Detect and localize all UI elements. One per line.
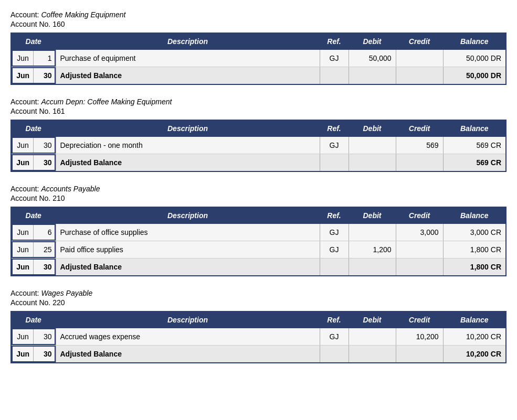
ref-cell: GJ — [320, 241, 349, 259]
table-row: Jun 30 Adjusted Balance50,000 DR — [11, 67, 506, 85]
description-cell: Purchase of equipment — [56, 50, 320, 67]
account-section-2: Account: Accum Depn: Coffee Making Equip… — [10, 98, 507, 172]
balance-cell: 50,000 DR — [443, 67, 506, 85]
balance-cell: 3,000 CR — [443, 224, 506, 241]
header-description: Description — [56, 207, 320, 224]
debit-cell — [349, 346, 396, 363]
header-ref: Ref. — [320, 207, 349, 224]
credit-cell: 569 — [396, 137, 443, 154]
ref-cell — [320, 259, 349, 276]
account-section-3: Account: Accounts PayableAccount No. 210… — [10, 185, 507, 276]
balance-cell: 10,200 CR — [443, 328, 506, 346]
account-title: Account: Wages Payable — [10, 289, 507, 297]
description-cell: Adjusted Balance — [56, 346, 320, 363]
date-cell: Jun 30 — [11, 328, 56, 346]
ref-cell: GJ — [320, 50, 349, 67]
ref-cell — [320, 67, 349, 85]
date-month: Jun — [12, 224, 34, 240]
debit-cell — [349, 137, 396, 154]
header-date: Date — [11, 311, 56, 328]
header-balance: Balance — [443, 33, 506, 50]
table-row: Jun 30 Depreciation - one monthGJ569569 … — [11, 137, 506, 154]
header-description: Description — [56, 311, 320, 328]
account-number: Account No. 220 — [10, 298, 507, 307]
header-ref: Ref. — [320, 311, 349, 328]
balance-cell: 50,000 DR — [443, 50, 506, 67]
debit-cell: 50,000 — [349, 50, 396, 67]
date-month: Jun — [12, 137, 34, 153]
debit-cell: 1,200 — [349, 241, 396, 259]
credit-cell — [396, 67, 443, 85]
account-number: Account No. 161 — [10, 107, 507, 115]
date-cell: Jun 30 — [11, 346, 56, 363]
date-month: Jun — [12, 50, 34, 66]
table-row: Jun 30 Adjusted Balance10,200 CR — [11, 346, 506, 363]
date-day: 30 — [34, 346, 55, 362]
credit-cell: 10,200 — [396, 328, 443, 346]
date-day: 30 — [34, 329, 55, 344]
header-balance: Balance — [443, 311, 506, 328]
date-month: Jun — [12, 242, 34, 257]
ref-cell — [320, 154, 349, 172]
ledger-table: DateDescriptionRef.DebitCreditBalance Ju… — [10, 311, 507, 363]
header-credit: Credit — [396, 207, 443, 224]
date-cell: Jun 30 — [11, 259, 56, 276]
ref-cell: GJ — [320, 137, 349, 154]
header-credit: Credit — [396, 120, 443, 137]
table-row: Jun 30 Accrued wages expenseGJ10,20010,2… — [11, 328, 506, 346]
account-section-4: Account: Wages PayableAccount No. 220Dat… — [10, 289, 507, 363]
header-date: Date — [11, 207, 56, 224]
account-section-1: Account: Coffee Making EquipmentAccount … — [10, 10, 507, 85]
balance-cell: 569 CR — [443, 154, 506, 172]
credit-cell: 3,000 — [396, 224, 443, 241]
table-row: Jun 30 Adjusted Balance569 CR — [11, 154, 506, 172]
date-cell: Jun 30 — [11, 67, 56, 85]
account-title: Account: Accum Depn: Coffee Making Equip… — [10, 98, 507, 106]
header-ref: Ref. — [320, 120, 349, 137]
header-description: Description — [56, 120, 320, 137]
balance-cell: 569 CR — [443, 137, 506, 154]
header-credit: Credit — [396, 311, 443, 328]
ledger-table: DateDescriptionRef.DebitCreditBalance Ju… — [10, 207, 507, 276]
header-balance: Balance — [443, 207, 506, 224]
ref-cell: GJ — [320, 328, 349, 346]
date-month: Jun — [12, 259, 34, 275]
date-month: Jun — [12, 68, 34, 83]
ref-cell — [320, 346, 349, 363]
ledger-table: DateDescriptionRef.DebitCreditBalance Ju… — [10, 120, 507, 172]
date-day: 30 — [34, 137, 55, 153]
header-date: Date — [11, 33, 56, 50]
balance-cell: 10,200 CR — [443, 346, 506, 363]
credit-cell — [396, 154, 443, 172]
description-cell: Depreciation - one month — [56, 137, 320, 154]
debit-cell — [349, 259, 396, 276]
date-day: 25 — [34, 242, 55, 257]
table-row: Jun 1 Purchase of equipmentGJ50,00050,00… — [11, 50, 506, 67]
balance-cell: 1,800 CR — [443, 259, 506, 276]
description-cell: Adjusted Balance — [56, 154, 320, 172]
credit-cell — [396, 50, 443, 67]
header-debit: Debit — [349, 311, 396, 328]
date-cell: Jun 30 — [11, 154, 56, 172]
debit-cell — [349, 154, 396, 172]
header-date: Date — [11, 120, 56, 137]
debit-cell — [349, 224, 396, 241]
table-row: Jun 6 Purchase of office suppliesGJ3,000… — [11, 224, 506, 241]
date-day: 30 — [34, 259, 55, 275]
header-ref: Ref. — [320, 33, 349, 50]
table-row: Jun 30 Adjusted Balance1,800 CR — [11, 259, 506, 276]
ledger-table: DateDescriptionRef.DebitCreditBalance Ju… — [10, 33, 507, 85]
account-number: Account No. 160 — [10, 20, 507, 28]
header-balance: Balance — [443, 120, 506, 137]
header-description: Description — [56, 33, 320, 50]
description-cell: Accrued wages expense — [56, 328, 320, 346]
header-debit: Debit — [349, 207, 396, 224]
account-title: Account: Accounts Payable — [10, 185, 507, 193]
credit-cell — [396, 259, 443, 276]
balance-cell: 1,800 CR — [443, 241, 506, 259]
account-title: Account: Coffee Making Equipment — [10, 10, 507, 19]
header-debit: Debit — [349, 33, 396, 50]
credit-cell — [396, 241, 443, 259]
date-month: Jun — [12, 329, 34, 344]
date-day: 1 — [34, 50, 55, 66]
